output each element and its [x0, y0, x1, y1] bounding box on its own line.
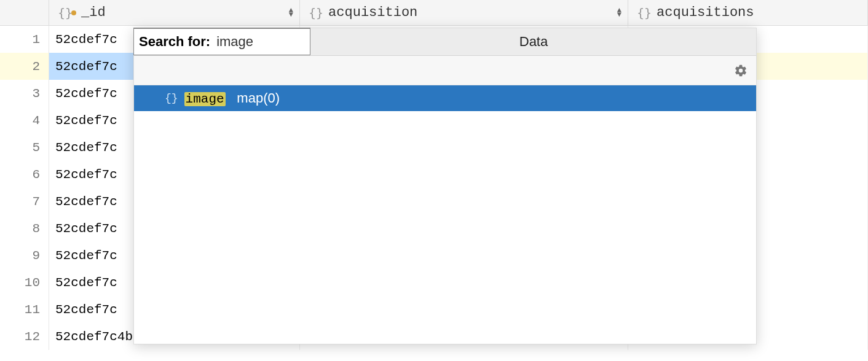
match-highlight: image	[184, 92, 226, 106]
popup-toolbar	[134, 56, 756, 85]
row-number: 6	[0, 161, 49, 188]
row-number: 1	[0, 26, 49, 53]
object-key-icon: {}	[58, 6, 76, 20]
search-result-item[interactable]: {} image map(0)	[134, 85, 756, 111]
popup-body	[134, 111, 756, 344]
sort-icon[interactable]: ▲▼	[617, 9, 621, 17]
row-number: 4	[0, 107, 49, 134]
popup-header: Search for: image Data	[134, 28, 756, 56]
row-number: 5	[0, 134, 49, 161]
sort-icon[interactable]: ▲▼	[289, 9, 293, 17]
object-icon: {}	[309, 6, 323, 20]
search-popup: Search for: image Data {} image map(0)	[133, 28, 757, 344]
object-icon: {}	[637, 6, 652, 20]
row-number: 10	[0, 269, 49, 296]
gear-icon[interactable]	[734, 64, 748, 77]
row-number: 3	[0, 80, 49, 107]
corner-cell	[0, 0, 49, 25]
tab-data[interactable]: Data	[311, 28, 756, 55]
row-number: 2	[0, 53, 49, 80]
row-number: 7	[0, 188, 49, 215]
row-number: 8	[0, 215, 49, 242]
column-header-id-label: _id	[81, 5, 106, 20]
column-header-acquisition[interactable]: {} acquisition ▲▼	[300, 0, 628, 25]
column-header-acquisitions[interactable]: {} acquisitions	[628, 0, 868, 25]
row-number: 12	[0, 323, 49, 350]
column-header-acquisitions-label: acquisitions	[657, 5, 754, 20]
row-number: 11	[0, 296, 49, 323]
column-header-row: {} _id ▲▼ {} acquisition ▲▼ {} acquisiti…	[0, 0, 868, 26]
row-number: 9	[0, 242, 49, 269]
column-header-id[interactable]: {} _id ▲▼	[49, 0, 300, 25]
search-input[interactable]: image	[216, 34, 253, 50]
object-icon: {}	[165, 92, 178, 104]
search-label: Search for:	[139, 34, 210, 50]
column-header-acquisition-label: acquisition	[328, 5, 417, 20]
search-box[interactable]: Search for: image	[133, 28, 310, 55]
